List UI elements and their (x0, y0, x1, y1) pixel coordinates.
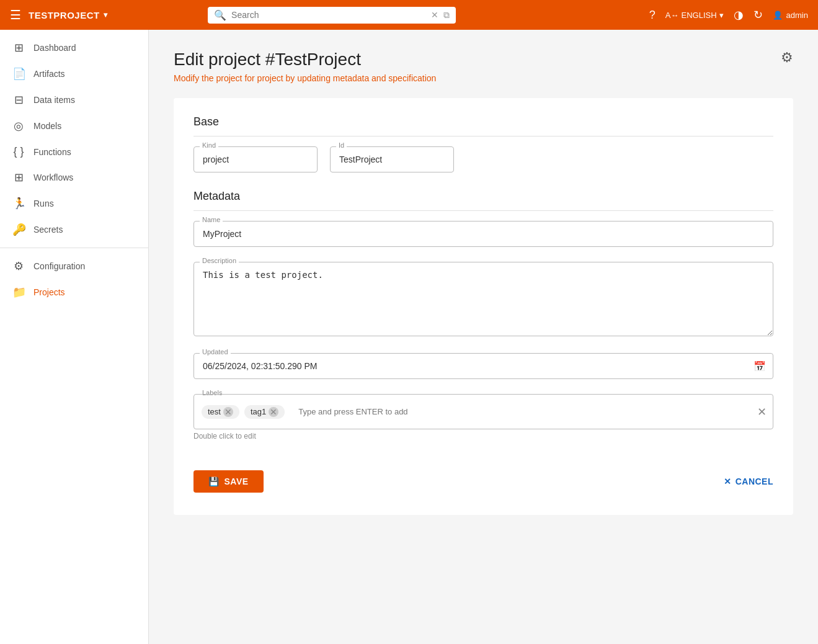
name-field: Name (193, 221, 773, 247)
name-input[interactable] (193, 221, 773, 247)
projects-icon: 📁 (12, 285, 25, 299)
kind-input[interactable] (193, 146, 318, 172)
tag-tag1-label: tag1 (251, 407, 266, 416)
tag-test: test ✕ (202, 405, 239, 419)
sidebar-label-artifacts: Artifacts (33, 69, 65, 79)
data-items-icon: ⊟ (12, 93, 25, 107)
updated-input[interactable] (193, 353, 773, 379)
base-section: Base Kind Id (193, 115, 773, 172)
base-fields-row: Kind Id (193, 146, 773, 172)
description-row: Description This is a test project. (193, 262, 773, 338)
sidebar-item-data-items[interactable]: ⊟ Data items (0, 87, 148, 113)
page-header: Edit project #TestProject Modify the pro… (174, 50, 793, 83)
cancel-icon: ✕ (724, 476, 732, 486)
metadata-section: Metadata Name Description This is a test… (193, 190, 773, 441)
brand[interactable]: TESTPROJECT ▾ (29, 10, 107, 20)
cancel-button[interactable]: ✕ CANCEL (724, 476, 773, 486)
theme-toggle-button[interactable]: ◑ (734, 8, 744, 22)
labels-row: Labels test ✕ tag1 ✕ ✕ (193, 394, 773, 441)
main-content: Edit project #TestProject Modify the pro… (149, 30, 818, 644)
sidebar-item-configuration[interactable]: ⚙ Configuration (0, 253, 148, 279)
name-row: Name (193, 221, 773, 247)
cancel-label: CANCEL (736, 476, 773, 486)
id-label: Id (336, 141, 347, 149)
sidebar-label-secrets: Secrets (33, 225, 63, 235)
sidebar-item-dashboard[interactable]: ⊞ Dashboard (0, 35, 148, 61)
metadata-section-title: Metadata (193, 190, 773, 211)
search-filter-icon[interactable]: ⧉ (443, 10, 450, 20)
navbar-right: ? A↔ ENGLISH ▾ ◑ ↻ 👤 admin (649, 8, 808, 22)
sidebar-item-projects[interactable]: 📁 Projects (0, 279, 148, 305)
description-input[interactable]: This is a test project. (193, 262, 773, 336)
updated-row: Updated 📅 (193, 353, 773, 379)
label-input[interactable] (290, 400, 765, 424)
secrets-icon: 🔑 (12, 223, 25, 236)
search-icon: 🔍 (214, 9, 226, 21)
page-header-text: Edit project #TestProject Modify the pro… (174, 50, 436, 83)
language-icon: A↔ (665, 11, 679, 20)
id-field: Id (330, 146, 454, 172)
search-input[interactable] (231, 10, 426, 20)
language-selector[interactable]: A↔ ENGLISH ▾ (665, 11, 724, 20)
configuration-icon: ⚙ (12, 259, 25, 273)
sidebar-label-models: Models (33, 121, 61, 131)
functions-icon: { } (12, 145, 25, 158)
tag-test-remove[interactable]: ✕ (223, 407, 233, 417)
menu-icon[interactable]: ☰ (10, 7, 21, 22)
user-menu[interactable]: 👤 admin (773, 11, 808, 20)
sidebar-item-workflows[interactable]: ⊞ Workflows (0, 164, 148, 190)
language-chevron: ▾ (719, 11, 724, 20)
artifacts-icon: 📄 (12, 67, 25, 81)
dashboard-icon: ⊞ (12, 41, 25, 55)
sidebar-label-configuration: Configuration (33, 261, 85, 271)
edit-form-card: Base Kind Id Metadata (174, 98, 793, 515)
user-label: admin (786, 11, 808, 20)
id-input[interactable] (330, 146, 454, 172)
sidebar-item-functions[interactable]: { } Functions (0, 139, 148, 164)
sidebar-label-data-items: Data items (33, 95, 75, 105)
sidebar-item-runs[interactable]: 🏃 Runs (0, 190, 148, 217)
sidebar-label-workflows: Workflows (33, 172, 73, 182)
sidebar: ⊞ Dashboard 📄 Artifacts ⊟ Data items ◎ M… (0, 30, 149, 644)
runs-icon: 🏃 (12, 197, 25, 210)
tag-tag1-remove[interactable]: ✕ (269, 407, 278, 417)
sidebar-label-projects: Projects (33, 287, 65, 297)
updated-field: Updated 📅 (193, 353, 773, 379)
navbar: ☰ TESTPROJECT ▾ 🔍 ✕ ⧉ ? A↔ ENGLISH ▾ ◑ ↻… (0, 0, 818, 30)
search-bar: 🔍 ✕ ⧉ (208, 7, 456, 24)
sidebar-item-secrets[interactable]: 🔑 Secrets (0, 217, 148, 243)
models-icon: ◎ (12, 119, 25, 133)
base-section-title: Base (193, 115, 773, 136)
refresh-button[interactable]: ↻ (754, 8, 763, 22)
sidebar-label-functions: Functions (33, 147, 71, 157)
page-title: Edit project #TestProject (174, 50, 436, 69)
labels-hint: Double click to edit (193, 432, 773, 441)
sidebar-divider (0, 248, 148, 248)
labels-clear-all-icon[interactable]: ✕ (757, 405, 767, 419)
kind-field: Kind (193, 146, 318, 172)
save-label: SAVE (225, 476, 249, 486)
settings-icon[interactable]: ⚙ (781, 50, 793, 66)
labels-field-container: Labels test ✕ tag1 ✕ ✕ (193, 394, 773, 441)
tag-tag1: tag1 ✕ (244, 405, 285, 419)
brand-label: TESTPROJECT (29, 10, 100, 20)
search-clear-icon[interactable]: ✕ (431, 10, 438, 20)
page-subtitle: Modify the project for project by updati… (174, 73, 436, 83)
kind-label: Kind (200, 141, 218, 149)
action-bar: 💾 SAVE ✕ CANCEL (193, 460, 773, 498)
save-icon: 💾 (208, 476, 220, 486)
sidebar-label-dashboard: Dashboard (33, 43, 76, 53)
updated-label: Updated (200, 348, 231, 356)
help-button[interactable]: ? (649, 9, 656, 22)
user-avatar-icon: 👤 (773, 11, 783, 20)
sidebar-item-models[interactable]: ◎ Models (0, 113, 148, 139)
calendar-icon[interactable]: 📅 (754, 360, 766, 372)
workflows-icon: ⊞ (12, 171, 25, 184)
save-button[interactable]: 💾 SAVE (193, 470, 264, 493)
tag-test-label: test (208, 407, 221, 416)
layout: ⊞ Dashboard 📄 Artifacts ⊟ Data items ◎ M… (0, 30, 818, 644)
sidebar-item-artifacts[interactable]: 📄 Artifacts (0, 61, 148, 87)
sidebar-label-runs: Runs (33, 199, 54, 208)
description-field: Description This is a test project. (193, 262, 773, 338)
labels-input-area[interactable]: test ✕ tag1 ✕ ✕ (193, 394, 773, 429)
